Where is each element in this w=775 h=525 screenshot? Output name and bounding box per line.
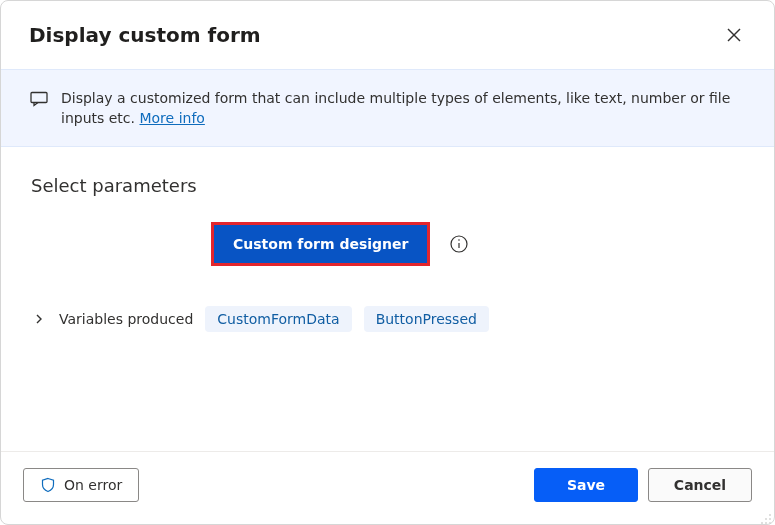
svg-rect-2 [31,93,47,103]
info-banner: Display a customized form that can inclu… [1,69,774,147]
more-info-link[interactable]: More info [139,110,204,126]
resize-grip[interactable] [760,510,772,522]
highlight-frame: Custom form designer [211,222,430,266]
comment-icon [29,89,49,114]
on-error-label: On error [64,477,122,493]
dialog-main: Select parameters Custom form designer V… [1,147,774,451]
variables-produced-row: Variables produced CustomFormData Button… [31,306,746,332]
close-icon [727,28,741,42]
svg-point-11 [769,522,771,524]
footer-actions: Save Cancel [534,468,752,502]
save-button[interactable]: Save [534,468,638,502]
dialog-header: Display custom form [1,1,774,69]
dialog-footer: On error Save Cancel [1,451,774,524]
variable-pill-buttonpressed[interactable]: ButtonPressed [364,306,489,332]
custom-form-designer-button[interactable]: Custom form designer [214,225,427,263]
info-banner-text: Display a customized form that can inclu… [61,88,742,128]
variables-produced-label: Variables produced [59,311,193,327]
variable-pill-customformdata[interactable]: CustomFormData [205,306,351,332]
on-error-button[interactable]: On error [23,468,139,502]
shield-icon [40,477,56,493]
cancel-button[interactable]: Cancel [648,468,752,502]
chevron-right-icon [34,314,44,324]
svg-point-5 [459,239,461,241]
svg-point-6 [769,514,771,516]
svg-point-9 [761,522,763,524]
section-title-select-parameters: Select parameters [31,175,746,196]
close-button[interactable] [718,19,750,51]
svg-point-10 [765,522,767,524]
variables-expand-toggle[interactable] [31,311,47,327]
custom-form-designer-row: Custom form designer [211,222,746,266]
dialog-title: Display custom form [29,23,261,47]
svg-point-7 [765,518,767,520]
svg-point-8 [769,518,771,520]
info-icon[interactable] [450,235,468,253]
